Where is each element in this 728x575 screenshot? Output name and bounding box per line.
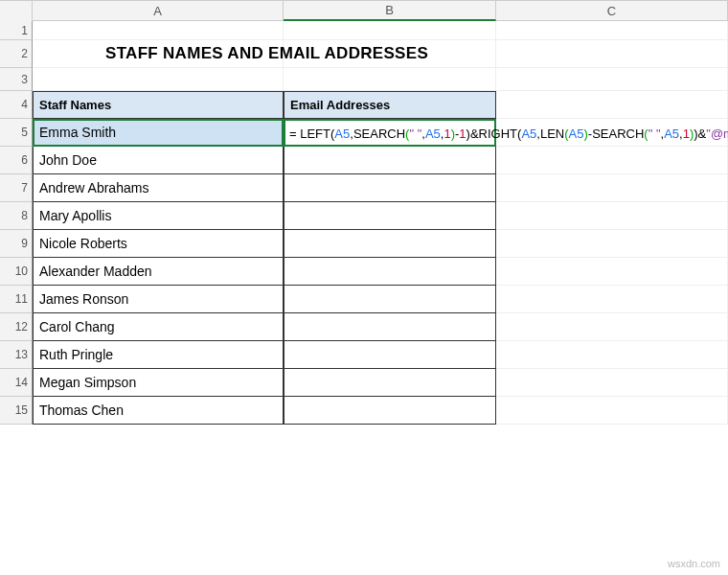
watermark-text: wsxdn.com [668,558,720,569]
cell-C14[interactable] [496,369,728,397]
cell-C2[interactable] [496,40,728,68]
cell-B10[interactable] [284,258,496,286]
cell-A1[interactable] [33,21,284,40]
cell-C11[interactable] [496,286,728,313]
row-number-7[interactable]: 7 [0,174,33,202]
select-all-corner[interactable] [0,1,33,21]
row-number-1[interactable]: 1 [0,21,33,40]
header-email-addresses[interactable]: Email Addresses [284,91,496,119]
cell-A14[interactable]: Megan Simpson [33,369,284,397]
cell-A11[interactable]: James Ronson [33,286,284,313]
column-header-row: A B C [0,0,728,21]
grid-rows: 1 2 STAFF NAMES AND EMAIL ADDRESSES 3 4 … [0,21,728,425]
row-12: 12 Carol Chang [0,313,728,341]
cell-B12[interactable] [284,313,496,341]
cell-C6[interactable] [496,147,728,174]
cell-B11[interactable] [284,286,496,313]
row-number-12[interactable]: 12 [0,313,33,341]
cell-C9[interactable] [496,230,728,258]
row-number-10[interactable]: 10 [0,258,33,286]
cell-B1[interactable] [284,21,496,40]
cell-B6[interactable] [284,147,496,174]
cell-B7[interactable] [284,174,496,202]
row-number-3[interactable]: 3 [0,68,33,91]
col-header-B[interactable]: B [284,1,496,21]
row-number-15[interactable]: 15 [0,397,33,425]
cell-A5-active[interactable]: Emma Smith [33,119,284,147]
row-number-9[interactable]: 9 [0,230,33,258]
cell-A9[interactable]: Nicole Roberts [33,230,284,258]
cell-A15[interactable]: Thomas Chen [33,397,284,425]
row-number-6[interactable]: 6 [0,147,33,174]
cell-B15[interactable] [284,397,496,425]
row-8: 8 Mary Apollis [0,202,728,230]
row-1: 1 [0,21,728,40]
cell-B8[interactable] [284,202,496,230]
header-staff-names[interactable]: Staff Names [33,91,284,119]
row-15: 15 Thomas Chen [0,397,728,425]
cell-B14[interactable] [284,369,496,397]
cell-C4[interactable] [496,91,728,119]
cell-A10[interactable]: Alexander Madden [33,258,284,286]
row-number-5[interactable]: 5 [0,119,33,147]
cell-B5-editing[interactable]: = LEFT(A5,SEARCH(" ",A5,1)-1)&RIGHT(A5,L… [284,119,496,147]
row-number-2[interactable]: 2 [0,40,33,68]
row-10: 10 Alexander Madden [0,258,728,286]
row-7: 7 Andrew Abrahams [0,174,728,202]
cell-B9[interactable] [284,230,496,258]
cell-C10[interactable] [496,258,728,286]
row-9: 9 Nicole Roberts [0,230,728,258]
row-6: 6 John Doe [0,147,728,174]
spreadsheet-grid: A B C 1 2 STAFF NAMES AND EMAIL ADDRESSE… [0,0,728,425]
cell-C13[interactable] [496,341,728,369]
cell-C8[interactable] [496,202,728,230]
row-number-8[interactable]: 8 [0,202,33,230]
cell-C3[interactable] [496,68,728,91]
row-number-13[interactable]: 13 [0,341,33,369]
row-3: 3 [0,68,728,91]
row-number-14[interactable]: 14 [0,369,33,397]
cell-C1[interactable] [496,21,728,40]
cell-A7[interactable]: Andrew Abrahams [33,174,284,202]
cell-A12[interactable]: Carol Chang [33,313,284,341]
row-number-4[interactable]: 4 [0,91,33,119]
cell-B3[interactable] [284,68,496,91]
formula-input[interactable]: = LEFT(A5,SEARCH(" ",A5,1)-1)&RIGHT(A5,L… [289,126,728,140]
row-number-11[interactable]: 11 [0,286,33,313]
row-4: 4 Staff Names Email Addresses [0,91,728,119]
cell-C15[interactable] [496,397,728,425]
cell-A8[interactable]: Mary Apollis [33,202,284,230]
row-2: 2 STAFF NAMES AND EMAIL ADDRESSES [0,40,728,68]
row-13: 13 Ruth Pringle [0,341,728,369]
row-11: 11 James Ronson [0,286,728,313]
cell-A6[interactable]: John Doe [33,147,284,174]
sheet-title: STAFF NAMES AND EMAIL ADDRESSES [105,44,428,63]
row-14: 14 Megan Simpson [0,369,728,397]
cell-A13[interactable]: Ruth Pringle [33,341,284,369]
cell-B13[interactable] [284,341,496,369]
cell-C12[interactable] [496,313,728,341]
col-header-C[interactable]: C [496,1,728,21]
cell-C7[interactable] [496,174,728,202]
row-5: 5 Emma Smith = LEFT(A5,SEARCH(" ",A5,1)-… [0,119,728,147]
col-header-A[interactable]: A [33,1,284,21]
cell-A3[interactable] [33,68,284,91]
